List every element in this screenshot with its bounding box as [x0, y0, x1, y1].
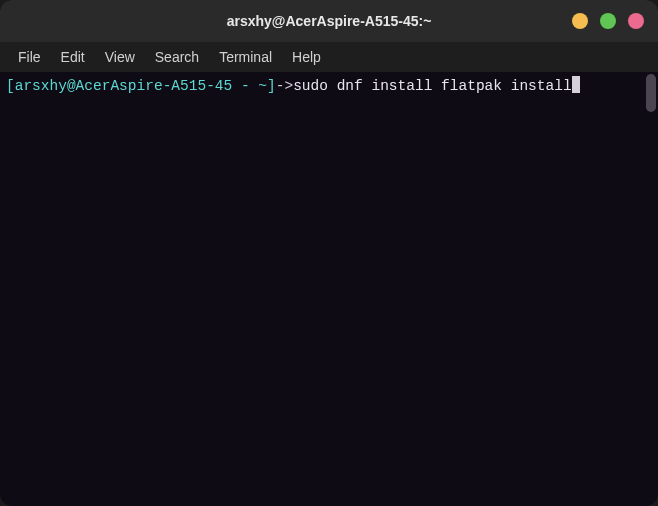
terminal-body[interactable]: [arsxhy@AcerAspire-A515-45 - ~]->sudo dn…	[0, 72, 658, 506]
close-icon[interactable]	[628, 13, 644, 29]
prompt-arrow: ->	[276, 78, 293, 94]
terminal-window: arsxhy@AcerAspire-A515-45:~ File Edit Vi…	[0, 0, 658, 506]
window-title: arsxhy@AcerAspire-A515-45:~	[227, 13, 432, 29]
shell-prompt: [arsxhy@AcerAspire-A515-45 - ~]	[6, 78, 276, 94]
menu-search[interactable]: Search	[145, 45, 209, 69]
prompt-line: [arsxhy@AcerAspire-A515-45 - ~]->sudo dn…	[6, 76, 652, 96]
menu-view[interactable]: View	[95, 45, 145, 69]
scrollbar[interactable]	[646, 74, 656, 112]
minimize-icon[interactable]	[572, 13, 588, 29]
menu-edit[interactable]: Edit	[51, 45, 95, 69]
titlebar[interactable]: arsxhy@AcerAspire-A515-45:~	[0, 0, 658, 42]
cursor-icon	[572, 76, 580, 93]
maximize-icon[interactable]	[600, 13, 616, 29]
menu-file[interactable]: File	[8, 45, 51, 69]
menubar: File Edit View Search Terminal Help	[0, 42, 658, 72]
command-text: sudo dnf install flatpak install	[293, 78, 571, 94]
menu-help[interactable]: Help	[282, 45, 331, 69]
window-controls	[572, 13, 644, 29]
menu-terminal[interactable]: Terminal	[209, 45, 282, 69]
